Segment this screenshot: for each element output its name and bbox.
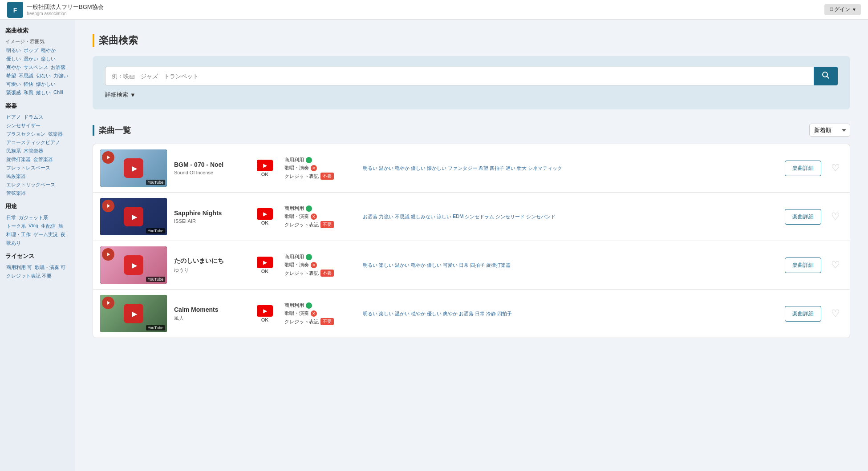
tag-ピアノ[interactable]: ピアノ (5, 113, 22, 121)
mood-日常[interactable]: 日常 (475, 310, 485, 317)
mood-不思議[interactable]: 不思議 (395, 213, 410, 220)
tag-ドラムス[interactable]: ドラムス (23, 113, 44, 121)
tag-フレットレスベース[interactable]: フレットレスベース (5, 164, 51, 172)
tag-ブラスセクション[interactable]: ブラスセクション (5, 130, 46, 138)
user-button[interactable]: ログイン ▼ (824, 4, 861, 15)
mood-穏やか[interactable]: 穏やか (395, 165, 410, 172)
tag-軽快[interactable]: 軽快 (23, 81, 34, 88)
tag-commercial[interactable]: 商用利用 可 (5, 264, 33, 271)
mood-四拍子[interactable]: 四拍子 (497, 310, 512, 317)
mood-四拍子[interactable]: 四拍子 (490, 165, 504, 172)
mood-edm[interactable]: EDM (453, 213, 463, 220)
tag-エレクトリックベース[interactable]: エレクトリックベース (5, 181, 56, 189)
mood-力強い[interactable]: 力強い (379, 213, 393, 220)
search-input[interactable] (105, 67, 814, 85)
tag-木管楽器[interactable]: 木管楽器 (23, 147, 44, 155)
tag-爽やか[interactable]: 爽やか (5, 64, 22, 71)
tag-不思議[interactable]: 不思議 (18, 72, 34, 80)
tag-和風[interactable]: 和風 (23, 89, 34, 97)
song-thumbnail[interactable]: YouTube (100, 295, 167, 332)
tag-温かい[interactable]: 温かい (23, 55, 39, 63)
mood-希望[interactable]: 希望 (479, 165, 488, 172)
tag-楽しい[interactable]: 楽しい (40, 55, 57, 63)
tag-希望[interactable]: 希望 (5, 72, 17, 80)
mood-シンセバンド[interactable]: シンセバンド (526, 213, 556, 220)
tag-金管楽器[interactable]: 金管楽器 (32, 156, 54, 163)
mood-四拍子[interactable]: 四拍子 (470, 262, 485, 269)
mood-穏やか[interactable]: 穏やか (411, 262, 426, 269)
mood-優しい[interactable]: 優しい (411, 165, 426, 172)
tag-旅[interactable]: 旅 (57, 222, 64, 230)
tag-日常[interactable]: 日常 (5, 214, 17, 221)
mood-ファンタジー[interactable]: ファンタジー (448, 165, 477, 172)
play-button[interactable] (124, 304, 143, 323)
mood-楽しい[interactable]: 楽しい (379, 262, 393, 269)
mood-シンセドラム[interactable]: シンセドラム (465, 213, 494, 220)
mood-楽しい[interactable]: 楽しい (379, 310, 393, 317)
mood-遅い[interactable]: 遅い (506, 165, 515, 172)
search-button[interactable] (814, 67, 838, 85)
play-button[interactable] (124, 255, 143, 275)
mood-お洒落[interactable]: お洒落 (459, 310, 474, 317)
tag-credit[interactable]: クレジット表記 不要 (5, 272, 53, 280)
tag-懐かしい[interactable]: 懐かしい (35, 81, 57, 88)
favorite-button[interactable]: ♡ (828, 306, 843, 321)
mood-温かい[interactable]: 温かい (395, 262, 410, 269)
tag-明るい[interactable]: 明るい (5, 47, 22, 54)
detail-button[interactable]: 楽曲詳細 (785, 161, 821, 176)
play-button[interactable] (124, 207, 143, 226)
advanced-search-toggle[interactable]: 詳細検索 ▼ (105, 91, 838, 99)
tag-可愛い[interactable]: 可愛い (5, 81, 22, 88)
mood-優しい[interactable]: 優しい (427, 262, 442, 269)
tag-歌あり[interactable]: 歌あり (5, 239, 22, 247)
tag-力強い[interactable]: 力強い (53, 72, 69, 80)
tag-vlog[interactable]: Vlog (28, 222, 39, 230)
detail-button[interactable]: 楽曲詳細 (785, 258, 821, 273)
tag-嬉しい[interactable]: 嬉しい (35, 89, 52, 97)
mood-爽やか[interactable]: 爽やか (443, 310, 458, 317)
tag-優しい[interactable]: 優しい (5, 55, 22, 63)
tag-お洒落[interactable]: お洒落 (50, 64, 66, 71)
sort-select[interactable]: 新着順 人気順 ランダム (809, 124, 850, 137)
mood-親しみない[interactable]: 親しみない (411, 213, 435, 220)
favorite-button[interactable]: ♡ (828, 258, 843, 272)
detail-button[interactable]: 楽曲詳細 (785, 209, 821, 225)
tag-ゲーム実況[interactable]: ゲーム実況 (32, 231, 59, 238)
tag-切ない[interactable]: 切ない (35, 72, 52, 80)
mood-穏やか[interactable]: 穏やか (411, 310, 426, 317)
detail-button[interactable]: 楽曲詳細 (785, 306, 821, 322)
mood-可愛い[interactable]: 可愛い (443, 262, 458, 269)
tag-緊張感[interactable]: 緊張感 (5, 89, 22, 97)
favorite-button[interactable]: ♡ (828, 161, 843, 175)
tag-夜[interactable]: 夜 (60, 231, 66, 238)
mood-明るい[interactable]: 明るい (363, 262, 377, 269)
mood-懐かしい[interactable]: 懐かしい (427, 165, 446, 172)
tag-アコースティックピアノ[interactable]: アコースティックピアノ (5, 139, 61, 146)
song-thumbnail[interactable]: YouTube (100, 246, 167, 284)
tag-管弦楽器[interactable]: 管弦楽器 (5, 189, 27, 197)
favorite-button[interactable]: ♡ (828, 209, 843, 224)
mood-温かい[interactable]: 温かい (395, 310, 410, 317)
mood-シネマティック[interactable]: シネマティック (528, 165, 562, 172)
mood-明るい[interactable]: 明るい (363, 165, 377, 172)
mood-温かい[interactable]: 温かい (379, 165, 393, 172)
tag-シンセサイザー[interactable]: シンセサイザー (5, 122, 41, 129)
mood-涼しい[interactable]: 涼しい (437, 213, 451, 220)
tag-生配信[interactable]: 生配信 (40, 222, 57, 230)
mood-日常[interactable]: 日常 (459, 262, 469, 269)
mood-優しい[interactable]: 優しい (427, 310, 442, 317)
tag-弦楽器[interactable]: 弦楽器 (47, 130, 64, 138)
play-button[interactable] (124, 158, 143, 178)
mood-冷静[interactable]: 冷静 (486, 310, 496, 317)
mood-壮大[interactable]: 壮大 (517, 165, 527, 172)
song-thumbnail[interactable]: YouTube (100, 149, 167, 187)
tag-穏やか[interactable]: 穏やか (40, 47, 57, 54)
tag-chill[interactable]: Chill (53, 89, 64, 97)
tag-旋律打楽器[interactable]: 旋律打楽器 (5, 156, 32, 163)
mood-お洒落[interactable]: お洒落 (363, 213, 377, 220)
song-thumbnail[interactable]: YouTube (100, 198, 167, 235)
mood-明るい[interactable]: 明るい (363, 310, 377, 317)
tag-singing[interactable]: 歌唱・演奏 可 (34, 264, 66, 271)
tag-料理工作[interactable]: 料理・工作 (5, 231, 32, 238)
tag-民族系[interactable]: 民族系 (5, 147, 22, 155)
